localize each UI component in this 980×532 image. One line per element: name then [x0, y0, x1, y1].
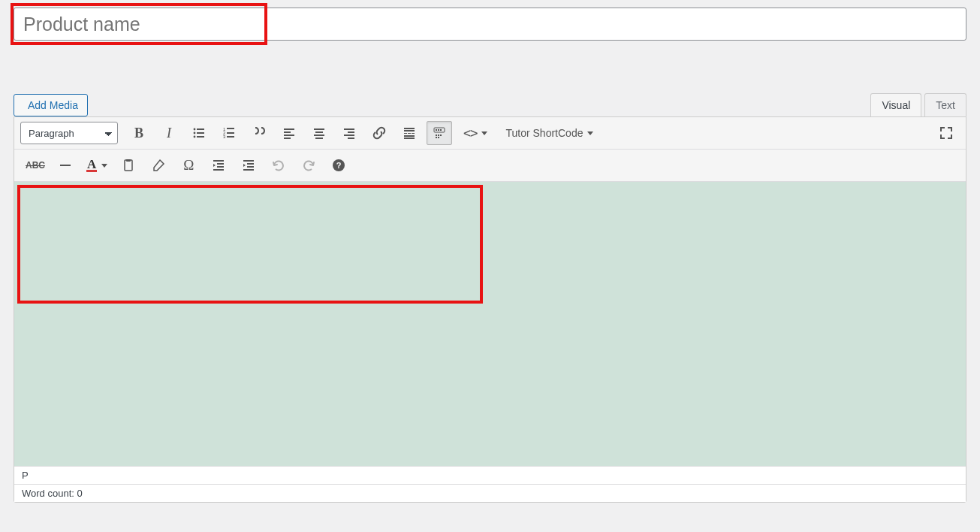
svg-rect-16: [314, 128, 324, 130]
svg-rect-50: [243, 169, 254, 171]
svg-rect-21: [348, 131, 354, 133]
svg-rect-39: [438, 137, 439, 138]
read-more-icon: [402, 125, 417, 141]
outdent-icon: [211, 158, 226, 173]
tab-text[interactable]: Text: [924, 93, 966, 116]
indent-button[interactable]: [236, 153, 261, 177]
quote-icon: [252, 125, 267, 141]
eraser-icon: [151, 158, 166, 173]
text-color-dropdown[interactable]: A: [83, 153, 111, 177]
svg-rect-28: [412, 133, 415, 134]
italic-button[interactable]: I: [156, 121, 182, 145]
bulleted-list-button[interactable]: [186, 121, 212, 145]
svg-rect-19: [315, 138, 323, 139]
svg-rect-45: [217, 166, 224, 168]
svg-rect-41: [125, 160, 132, 171]
undo-button[interactable]: [266, 153, 291, 177]
redo-button[interactable]: [296, 153, 321, 177]
svg-rect-18: [314, 135, 324, 136]
svg-rect-22: [344, 135, 354, 136]
align-center-button[interactable]: [306, 121, 332, 145]
tutor-shortcode-label: Tutor ShortCode: [505, 127, 583, 139]
svg-rect-23: [348, 138, 354, 139]
insert-more-button[interactable]: [397, 121, 422, 145]
code-dropdown[interactable]: <>: [457, 121, 494, 145]
align-left-button[interactable]: [276, 121, 302, 145]
svg-text:3: 3: [223, 135, 226, 139]
svg-rect-9: [227, 132, 234, 134]
help-icon: ?: [331, 158, 346, 173]
numbered-list-button[interactable]: 123: [216, 121, 242, 145]
svg-rect-40: [60, 165, 71, 166]
fullscreen-icon: [939, 125, 954, 141]
blockquote-button[interactable]: [246, 121, 272, 145]
word-count-bar: Word count: 0: [14, 484, 966, 502]
special-character-button[interactable]: Ω: [176, 153, 201, 177]
kitchen-sink-icon: [432, 125, 447, 141]
content-editor[interactable]: [14, 182, 966, 466]
svg-rect-7: [227, 128, 234, 129]
svg-rect-32: [436, 129, 437, 131]
svg-rect-15: [284, 138, 291, 139]
horizontal-rule-button[interactable]: [53, 153, 78, 177]
add-media-label: Add Media: [28, 99, 78, 111]
editor-container: Paragraph B I 123: [14, 116, 966, 503]
svg-rect-43: [213, 160, 224, 162]
link-button[interactable]: [366, 121, 392, 145]
toolbar-row-1: Paragraph B I 123: [14, 117, 966, 150]
svg-rect-14: [284, 135, 294, 136]
svg-rect-47: [243, 160, 254, 162]
link-icon: [372, 125, 387, 141]
undo-icon: [271, 158, 286, 173]
align-right-button[interactable]: [336, 121, 362, 145]
outdent-button[interactable]: [206, 153, 231, 177]
align-right-icon: [342, 125, 357, 141]
hr-icon: [58, 158, 73, 173]
highlight-box-content: [17, 185, 483, 304]
bold-button[interactable]: B: [126, 121, 152, 145]
svg-rect-5: [197, 136, 204, 138]
strikethrough-button[interactable]: ABC: [23, 153, 48, 177]
svg-rect-29: [404, 135, 415, 137]
add-media-button[interactable]: Add Media: [14, 94, 88, 116]
chevron-down-icon: [101, 164, 107, 168]
code-icon: <>: [463, 125, 477, 141]
format-select[interactable]: Paragraph: [20, 122, 118, 144]
word-count-label: Word count:: [22, 488, 74, 499]
svg-text:?: ?: [336, 161, 342, 170]
text-color-icon: A: [86, 159, 97, 172]
svg-rect-48: [247, 163, 254, 165]
clipboard-icon: [121, 158, 136, 173]
svg-rect-12: [284, 128, 294, 130]
word-count-value: 0: [77, 488, 82, 499]
list-ol-icon: 123: [222, 125, 237, 141]
paste-text-button[interactable]: [116, 153, 141, 177]
toolbar-row-2: ABC A: [14, 150, 966, 182]
redo-icon: [301, 158, 316, 173]
svg-rect-11: [227, 136, 234, 138]
list-ul-icon: [191, 125, 207, 141]
svg-point-2: [194, 132, 196, 135]
svg-rect-38: [436, 137, 437, 138]
help-button[interactable]: ?: [326, 153, 351, 177]
clear-formatting-button[interactable]: [146, 153, 171, 177]
toolbar-toggle-button[interactable]: [427, 121, 452, 145]
tab-visual[interactable]: Visual: [870, 93, 921, 116]
indent-icon: [241, 158, 256, 173]
chevron-down-icon: [587, 131, 593, 135]
tutor-shortcode-dropdown[interactable]: Tutor ShortCode: [499, 121, 600, 145]
svg-rect-17: [315, 131, 323, 133]
svg-rect-33: [438, 129, 439, 131]
editor-mode-tabs: Visual Text: [867, 93, 966, 116]
svg-rect-24: [404, 128, 415, 129]
product-name-input[interactable]: [14, 8, 966, 41]
omega-icon: Ω: [183, 157, 194, 174]
svg-rect-44: [217, 163, 224, 165]
svg-rect-13: [284, 131, 291, 133]
svg-rect-46: [213, 169, 224, 171]
fullscreen-button[interactable]: [933, 121, 959, 145]
chevron-down-icon: [481, 131, 487, 135]
svg-rect-27: [408, 133, 411, 134]
svg-point-0: [194, 128, 196, 131]
align-center-icon: [312, 125, 327, 141]
